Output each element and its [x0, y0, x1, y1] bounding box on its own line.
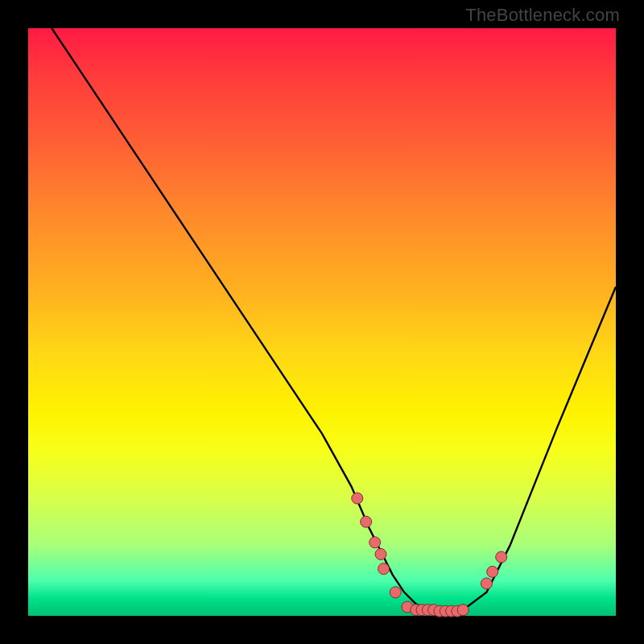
curve-markers — [352, 493, 507, 617]
curve-svg — [28, 28, 616, 616]
data-point — [496, 551, 507, 563]
data-point — [361, 516, 372, 527]
data-point — [481, 578, 492, 589]
data-point — [457, 605, 469, 616]
data-point — [390, 587, 401, 598]
data-point — [487, 566, 498, 577]
chart-container: TheBottleneck.com — [0, 0, 644, 644]
data-point — [378, 564, 390, 575]
data-point — [352, 493, 363, 504]
plot-area — [28, 28, 616, 616]
bottleneck-curve — [52, 28, 616, 613]
data-point — [375, 548, 386, 559]
watermark-text: TheBottleneck.com — [465, 5, 620, 26]
data-point — [369, 537, 381, 548]
